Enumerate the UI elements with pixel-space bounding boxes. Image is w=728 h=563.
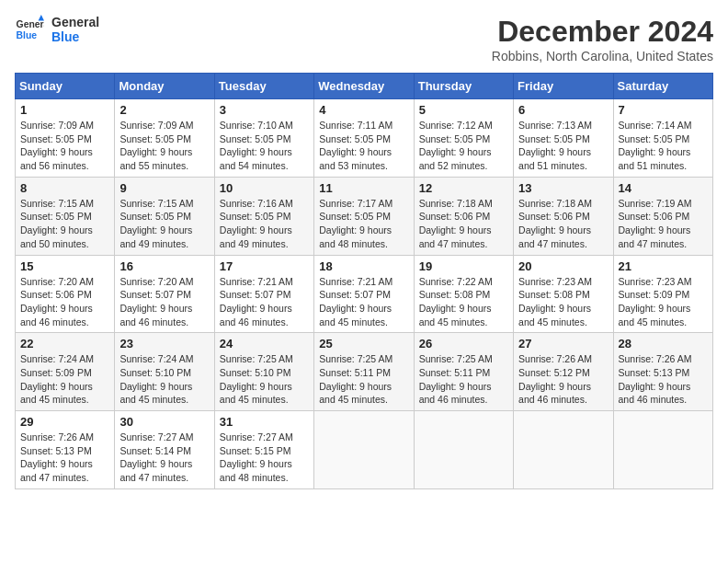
header-tuesday: Tuesday	[214, 74, 313, 99]
day-info: Sunrise: 7:21 AMSunset: 5:07 PMDaylight:…	[319, 276, 392, 327]
table-row: 20 Sunrise: 7:23 AMSunset: 5:08 PMDaylig…	[514, 255, 613, 333]
day-number: 28	[619, 337, 708, 350]
table-row: 22 Sunrise: 7:24 AMSunset: 5:09 PMDaylig…	[16, 333, 115, 411]
day-number: 11	[319, 181, 408, 195]
location: Robbins, North Carolina, United States	[492, 49, 713, 63]
day-info: Sunrise: 7:10 AMSunset: 5:05 PMDaylight:…	[220, 120, 293, 171]
day-number: 4	[319, 103, 408, 117]
header-wednesday: Wednesday	[314, 74, 414, 99]
day-info: Sunrise: 7:19 AMSunset: 5:06 PMDaylight:…	[619, 198, 692, 249]
table-row: 25 Sunrise: 7:25 AMSunset: 5:11 PMDaylig…	[314, 333, 414, 411]
day-number: 8	[20, 181, 109, 195]
table-row: 16 Sunrise: 7:20 AMSunset: 5:07 PMDaylig…	[115, 255, 214, 333]
day-info: Sunrise: 7:13 AMSunset: 5:05 PMDaylight:…	[518, 120, 592, 171]
table-row: 9 Sunrise: 7:15 AMSunset: 5:05 PMDayligh…	[115, 177, 214, 255]
page-header: General Blue General Blue December 2024 …	[15, 15, 713, 63]
table-row	[414, 411, 513, 489]
table-row	[613, 411, 712, 489]
day-number: 16	[119, 259, 209, 273]
table-row: 26 Sunrise: 7:25 AMSunset: 5:11 PMDaylig…	[414, 333, 513, 411]
table-row: 18 Sunrise: 7:21 AMSunset: 5:07 PMDaylig…	[314, 255, 414, 333]
day-number: 31	[220, 415, 309, 429]
month-title: December 2024	[492, 15, 713, 49]
day-number: 12	[419, 181, 508, 195]
day-info: Sunrise: 7:25 AMSunset: 5:10 PMDaylight:…	[220, 353, 293, 405]
day-info: Sunrise: 7:09 AMSunset: 5:05 PMDaylight:…	[20, 120, 94, 171]
day-info: Sunrise: 7:26 AMSunset: 5:12 PMDaylight:…	[518, 353, 592, 405]
calendar-table: Sunday Monday Tuesday Wednesday Thursday…	[15, 73, 713, 489]
calendar-week-row: 15 Sunrise: 7:20 AMSunset: 5:06 PMDaylig…	[16, 255, 713, 333]
svg-text:Blue: Blue	[17, 30, 38, 40]
table-row: 1 Sunrise: 7:09 AMSunset: 5:05 PMDayligh…	[16, 99, 115, 178]
table-row: 13 Sunrise: 7:18 AMSunset: 5:06 PMDaylig…	[514, 177, 613, 255]
calendar-week-row: 8 Sunrise: 7:15 AMSunset: 5:05 PMDayligh…	[16, 177, 713, 255]
header-friday: Friday	[514, 74, 613, 99]
day-info: Sunrise: 7:16 AMSunset: 5:05 PMDaylight:…	[220, 198, 293, 249]
table-row: 24 Sunrise: 7:25 AMSunset: 5:10 PMDaylig…	[214, 333, 313, 411]
day-info: Sunrise: 7:11 AMSunset: 5:05 PMDaylight:…	[319, 120, 392, 171]
day-info: Sunrise: 7:23 AMSunset: 5:08 PMDaylight:…	[518, 276, 592, 327]
day-number: 25	[319, 337, 408, 350]
logo: General Blue General Blue	[15, 15, 99, 44]
day-info: Sunrise: 7:20 AMSunset: 5:06 PMDaylight:…	[20, 276, 94, 327]
day-number: 2	[119, 103, 209, 117]
table-row: 23 Sunrise: 7:24 AMSunset: 5:10 PMDaylig…	[115, 333, 214, 411]
day-number: 21	[619, 259, 708, 273]
header-thursday: Thursday	[414, 74, 513, 99]
day-number: 15	[20, 259, 109, 273]
day-number: 29	[20, 415, 109, 429]
day-info: Sunrise: 7:26 AMSunset: 5:13 PMDaylight:…	[20, 431, 94, 483]
table-row: 28 Sunrise: 7:26 AMSunset: 5:13 PMDaylig…	[613, 333, 712, 411]
day-info: Sunrise: 7:18 AMSunset: 5:06 PMDaylight:…	[419, 198, 493, 249]
table-row: 12 Sunrise: 7:18 AMSunset: 5:06 PMDaylig…	[414, 177, 513, 255]
logo-icon: General Blue	[15, 15, 44, 44]
table-row: 4 Sunrise: 7:11 AMSunset: 5:05 PMDayligh…	[314, 99, 414, 178]
header-monday: Monday	[115, 74, 214, 99]
table-row: 31 Sunrise: 7:27 AMSunset: 5:15 PMDaylig…	[214, 411, 313, 489]
day-number: 22	[20, 337, 109, 350]
day-number: 20	[518, 259, 608, 273]
calendar-week-row: 1 Sunrise: 7:09 AMSunset: 5:05 PMDayligh…	[16, 99, 713, 178]
day-number: 26	[419, 337, 508, 350]
day-info: Sunrise: 7:12 AMSunset: 5:05 PMDaylight:…	[419, 120, 493, 171]
day-number: 13	[518, 181, 608, 195]
table-row: 3 Sunrise: 7:10 AMSunset: 5:05 PMDayligh…	[214, 99, 313, 178]
day-info: Sunrise: 7:20 AMSunset: 5:07 PMDaylight:…	[119, 276, 193, 327]
day-number: 5	[419, 103, 508, 117]
svg-text:General: General	[17, 19, 44, 29]
day-info: Sunrise: 7:18 AMSunset: 5:06 PMDaylight:…	[518, 198, 592, 249]
table-row: 19 Sunrise: 7:22 AMSunset: 5:08 PMDaylig…	[414, 255, 513, 333]
day-number: 17	[220, 259, 309, 273]
day-info: Sunrise: 7:27 AMSunset: 5:14 PMDaylight:…	[119, 431, 193, 483]
day-info: Sunrise: 7:17 AMSunset: 5:05 PMDaylight:…	[319, 198, 392, 249]
day-info: Sunrise: 7:24 AMSunset: 5:09 PMDaylight:…	[20, 353, 94, 405]
day-number: 19	[419, 259, 508, 273]
logo-text-blue: Blue	[51, 29, 99, 44]
day-number: 23	[119, 337, 209, 350]
table-row: 29 Sunrise: 7:26 AMSunset: 5:13 PMDaylig…	[16, 411, 115, 489]
logo-text-general: General	[51, 15, 99, 29]
table-row: 5 Sunrise: 7:12 AMSunset: 5:05 PMDayligh…	[414, 99, 513, 178]
day-number: 9	[119, 181, 209, 195]
day-info: Sunrise: 7:15 AMSunset: 5:05 PMDaylight:…	[119, 198, 193, 249]
table-row	[514, 411, 613, 489]
day-info: Sunrise: 7:21 AMSunset: 5:07 PMDaylight:…	[220, 276, 293, 327]
day-info: Sunrise: 7:09 AMSunset: 5:05 PMDaylight:…	[119, 120, 193, 171]
table-row: 11 Sunrise: 7:17 AMSunset: 5:05 PMDaylig…	[314, 177, 414, 255]
table-row: 8 Sunrise: 7:15 AMSunset: 5:05 PMDayligh…	[16, 177, 115, 255]
calendar-header-row: Sunday Monday Tuesday Wednesday Thursday…	[16, 74, 713, 99]
day-info: Sunrise: 7:22 AMSunset: 5:08 PMDaylight:…	[419, 276, 493, 327]
header-saturday: Saturday	[613, 74, 712, 99]
day-info: Sunrise: 7:27 AMSunset: 5:15 PMDaylight:…	[220, 431, 293, 483]
header-sunday: Sunday	[16, 74, 115, 99]
table-row	[314, 411, 414, 489]
day-number: 30	[119, 415, 209, 429]
day-info: Sunrise: 7:25 AMSunset: 5:11 PMDaylight:…	[419, 353, 493, 405]
table-row: 15 Sunrise: 7:20 AMSunset: 5:06 PMDaylig…	[16, 255, 115, 333]
day-number: 10	[220, 181, 309, 195]
table-row: 21 Sunrise: 7:23 AMSunset: 5:09 PMDaylig…	[613, 255, 712, 333]
table-row: 14 Sunrise: 7:19 AMSunset: 5:06 PMDaylig…	[613, 177, 712, 255]
table-row: 6 Sunrise: 7:13 AMSunset: 5:05 PMDayligh…	[514, 99, 613, 178]
table-row: 7 Sunrise: 7:14 AMSunset: 5:05 PMDayligh…	[613, 99, 712, 178]
day-number: 18	[319, 259, 408, 273]
